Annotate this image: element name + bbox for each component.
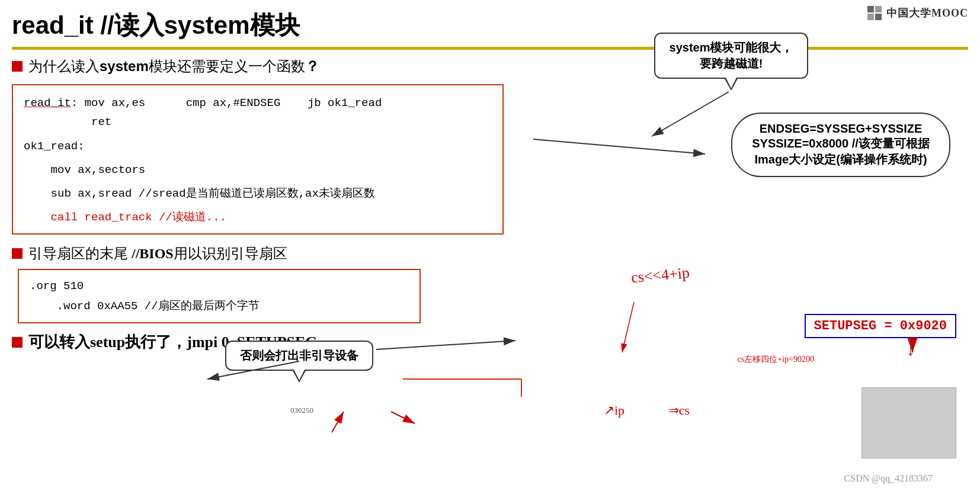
setupseg-arrow: ↓ <box>907 341 915 360</box>
endseg-line1: ENDSEG=SYSSEG+SYSSIZE <box>745 122 936 136</box>
num-annotation: 030250 <box>290 406 313 415</box>
code-line-ok1: ok1_read: <box>24 137 492 156</box>
code-line-ret: ret <box>24 113 492 131</box>
bullet2-text: 引导扇区的末尾 //BIOS用以识别引导扇区 <box>28 244 287 263</box>
code-line-1: read_it: mov ax,es cmp ax,#ENDSEG jb ok1… <box>24 94 492 113</box>
code-line-sub: sub ax,sread //sread是当前磁道已读扇区数,ax未读扇区数 <box>24 184 492 203</box>
gray-box <box>861 387 956 458</box>
mooc-logo-icon <box>866 5 883 21</box>
speech-bubble-top-text: system模块可能很大，要跨越磁道! <box>670 41 793 70</box>
page-container: 中国大学MOOC read_it //读入system模块 为什么读入syste… <box>0 0 980 491</box>
svg-line-5 <box>533 139 705 154</box>
gold-divider <box>12 47 968 50</box>
svg-line-8 <box>332 412 344 432</box>
main-title-text: read_it //读入system模块 <box>12 11 300 39</box>
svg-rect-3 <box>875 14 882 20</box>
endseg-box: ENDSEG=SYSSEG+SYSSIZE SYSSIZE=0x8000 //该… <box>731 113 950 177</box>
main-title: read_it //读入system模块 <box>12 9 968 42</box>
final-bullet <box>12 337 23 348</box>
question-bullet <box>12 61 23 72</box>
svg-rect-1 <box>875 6 882 12</box>
bullet2-bullet <box>12 248 23 259</box>
handwrite-ip: ↗ip <box>604 403 624 418</box>
csdn-watermark: CSDN @qq_42183367 <box>844 473 933 484</box>
bullet2-section: 引导扇区的末尾 //BIOS用以识别引导扇区 <box>12 244 968 263</box>
endseg-line2: SYSSIZE=0x8000 //该变量可根据 <box>745 136 936 152</box>
setupseg-box: SETUPSEG = 0x9020 <box>805 314 956 338</box>
logo-text: 中国大学MOOC <box>886 6 968 20</box>
handwrite-csip: cs<<4+ip <box>630 264 690 287</box>
svg-rect-0 <box>867 6 874 12</box>
endseg-line3: Image大小设定(编译操作系统时) <box>745 152 936 168</box>
speech-bubble-mid: 否则会打出非引导设备 <box>225 341 373 371</box>
word-line: .word 0xAA55 //扇区的最后两个字节 <box>30 296 409 316</box>
setupseg-text: SETUPSEG = 0x9020 <box>814 319 947 333</box>
code-line-mov: mov ax,sectors <box>24 161 492 179</box>
cs-annotation: cs左移四位+ip=90200 <box>738 354 814 365</box>
code-block: read_it: mov ax,es cmp ax,#ENDSEG jb ok1… <box>12 84 504 235</box>
speech-bubble-top: system模块可能很大，要跨越磁道! <box>654 33 808 79</box>
org-block: .org 510 .word 0xAA55 //扇区的最后两个字节 <box>18 269 421 323</box>
svg-line-4 <box>652 92 729 136</box>
speech-bubble-mid-text: 否则会打出非引导设备 <box>240 349 358 362</box>
code-line-1-rest: : mov ax,es cmp ax,#ENDSEG jb ok1_read <box>71 97 382 110</box>
svg-line-9 <box>391 412 415 423</box>
question-line: 为什么读入system模块还需要定义一个函数？ <box>12 57 968 76</box>
question-text: 为什么读入system模块还需要定义一个函数？ <box>28 57 319 76</box>
logo: 中国大学MOOC <box>866 5 968 21</box>
org-line: .org 510 <box>30 276 409 296</box>
svg-rect-2 <box>867 14 874 20</box>
code-line-call: call read_track //读磁道... <box>24 208 492 227</box>
handwrite-cs: ⇒cs <box>668 403 690 418</box>
code-read-it-label: read_it <box>24 97 71 110</box>
